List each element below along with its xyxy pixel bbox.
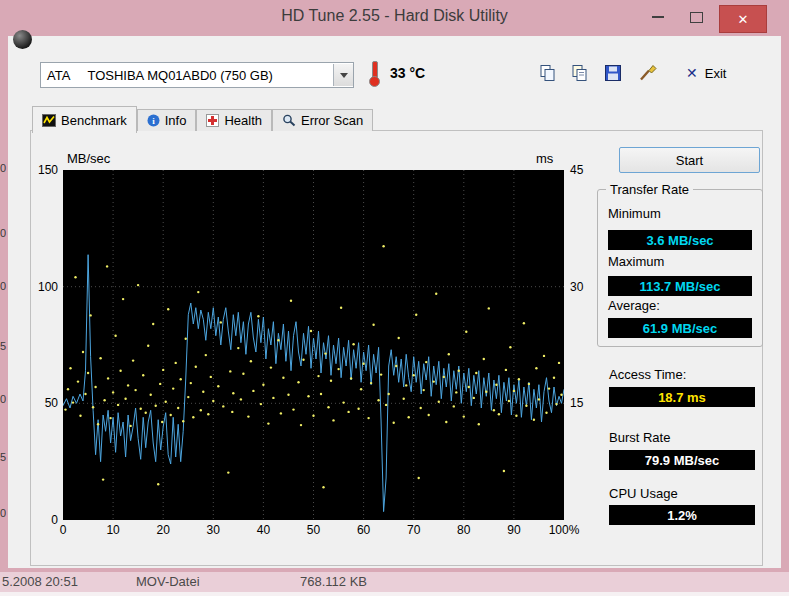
- exit-label: Exit: [705, 66, 727, 81]
- x-tick: 10: [106, 523, 119, 537]
- dropdown-arrow-icon[interactable]: [333, 64, 353, 86]
- health-cross-icon: [206, 114, 219, 127]
- tab-health-label: Health: [224, 113, 262, 128]
- x-tick: 70: [407, 523, 420, 537]
- drive-select-value: ATA TOSHIBA MQ01ABD0 (750 GB): [41, 68, 333, 83]
- exit-icon: ✕: [686, 65, 698, 81]
- y-right-tick: 45: [570, 163, 583, 177]
- window-client-area: ATA TOSHIBA MQ01ABD0 (750 GB) 33 °C: [8, 36, 781, 568]
- burst-rate-label: Burst Rate: [609, 430, 670, 445]
- maximize-icon: [690, 12, 703, 23]
- x-tick: 90: [507, 523, 520, 537]
- tab-error-scan-label: Error Scan: [301, 113, 363, 128]
- bg-digit: 0: [0, 507, 6, 519]
- y-left-tick: 50: [45, 396, 58, 410]
- options-brush-icon: [638, 64, 658, 82]
- transfer-rate-title: Transfer Rate: [606, 182, 693, 197]
- x-tick: 50: [307, 523, 320, 537]
- window-controls: ✕: [643, 5, 767, 33]
- benchmark-panel: MB/sec ms 050100150 153045 0102030405060…: [30, 130, 763, 566]
- copy-page-button[interactable]: [567, 63, 593, 83]
- x-tick: 0: [60, 523, 67, 537]
- start-button[interactable]: Start: [619, 147, 760, 173]
- y-left-tick: 0: [51, 513, 58, 527]
- desktop: 0005050 5.2008 20:51 MOV-Datei 768.112 K…: [0, 0, 789, 596]
- thermometer-icon: [368, 61, 380, 88]
- x-tick: 30: [207, 523, 220, 537]
- tab-benchmark[interactable]: Benchmark: [32, 106, 137, 133]
- bg-digit: 0: [0, 227, 6, 239]
- maximize-button[interactable]: [681, 5, 711, 29]
- cpu-usage-value: 1.2%: [609, 505, 755, 525]
- maximum-value: 113.7 MB/sec: [608, 276, 752, 296]
- options-button[interactable]: [635, 63, 661, 83]
- y-right-axis: 153045: [568, 170, 598, 520]
- minimize-icon: [652, 16, 664, 18]
- save-button[interactable]: [600, 63, 626, 83]
- file-type: MOV-Datei: [136, 574, 200, 589]
- file-size: 768.112 KB: [300, 574, 367, 589]
- tab-error-scan[interactable]: Error Scan: [272, 109, 373, 131]
- window-title: HD Tune 2.55 - Hard Disk Utility: [281, 7, 508, 25]
- x-axis: 0102030405060708090100%: [63, 523, 564, 539]
- bg-digit: 5: [0, 340, 6, 352]
- copy-button[interactable]: [535, 63, 561, 83]
- tab-strip: Benchmark i Info Health: [32, 106, 373, 133]
- y-left-axis: 050100150: [31, 170, 60, 520]
- x-tick: 40: [257, 523, 270, 537]
- access-time-value: 18.7 ms: [609, 387, 755, 407]
- bg-digit: 0: [0, 162, 6, 174]
- y-left-tick: 100: [38, 280, 58, 294]
- access-time-label: Access Time:: [609, 367, 686, 382]
- minimum-label: Minimum: [608, 206, 661, 221]
- tab-health[interactable]: Health: [196, 109, 272, 131]
- background-file-row: 5.2008 20:51 MOV-Datei 768.112 KB: [0, 572, 789, 592]
- magnifier-icon: [282, 114, 296, 127]
- minimum-value: 3.6 MB/sec: [608, 230, 752, 250]
- average-label: Average:: [608, 298, 660, 313]
- save-icon: [604, 64, 622, 82]
- y-right-axis-title: ms: [536, 151, 553, 166]
- exit-button[interactable]: ✕ Exit: [686, 63, 726, 83]
- transfer-rate-group: Transfer Rate Minimum 3.6 MB/sec Maximum…: [597, 189, 763, 347]
- close-button[interactable]: ✕: [719, 5, 767, 33]
- y-right-tick: 15: [570, 396, 583, 410]
- temperature-value: 33 °C: [390, 65, 425, 81]
- x-tick: 80: [457, 523, 470, 537]
- y-left-tick: 150: [38, 163, 58, 177]
- average-value: 61.9 MB/sec: [608, 318, 752, 338]
- copy-page-icon: [570, 64, 590, 82]
- file-date: 5.2008 20:51: [2, 574, 78, 589]
- info-icon: i: [147, 114, 160, 127]
- close-icon: ✕: [738, 12, 749, 27]
- title-bar: HD Tune 2.55 - Hard Disk Utility ✕: [0, 0, 789, 36]
- x-tick: 100%: [549, 523, 580, 537]
- x-tick: 60: [357, 523, 370, 537]
- y-right-tick: 30: [570, 280, 583, 294]
- tab-info-label: Info: [165, 113, 187, 128]
- cpu-usage-label: CPU Usage: [609, 486, 678, 501]
- benchmark-icon: [42, 114, 56, 127]
- bg-digit: 0: [0, 280, 6, 292]
- minimize-button[interactable]: [643, 5, 673, 29]
- copy-icon: [538, 64, 558, 82]
- maximum-label: Maximum: [608, 254, 664, 269]
- benchmark-chart: [63, 170, 564, 520]
- tab-benchmark-label: Benchmark: [61, 113, 127, 128]
- tab-info[interactable]: i Info: [137, 109, 197, 131]
- y-left-axis-title: MB/sec: [67, 151, 110, 166]
- bg-digit: 5: [0, 451, 6, 463]
- burst-rate-value: 79.9 MB/sec: [609, 450, 755, 470]
- bg-digit: 0: [0, 393, 6, 405]
- hdtune-app-icon: [13, 30, 32, 49]
- background-strip: [0, 592, 789, 596]
- drive-select[interactable]: ATA TOSHIBA MQ01ABD0 (750 GB): [40, 62, 354, 88]
- x-tick: 20: [157, 523, 170, 537]
